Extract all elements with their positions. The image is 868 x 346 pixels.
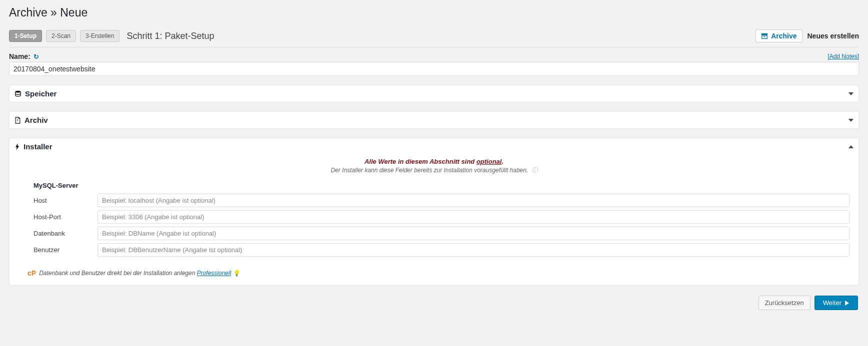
wizard-step-title: Schritt 1: Paket-Setup [126, 31, 214, 41]
storage-panel-title: Speicher [25, 89, 56, 98]
host-port-input[interactable] [98, 210, 850, 224]
installer-notice-primary: Alle Werte in diesem Abschnitt sind opti… [16, 158, 852, 165]
wizard-step-2[interactable]: 2-Scan [46, 30, 76, 42]
chevron-up-icon [848, 145, 854, 148]
cpanel-icon: cP [28, 269, 36, 277]
installer-notice-secondary: Der Installer kann diese Felder bereits … [16, 166, 852, 175]
svg-rect-5 [17, 120, 18, 121]
reset-button[interactable]: Zurücksetzen [758, 296, 810, 310]
host-input[interactable] [98, 194, 850, 207]
add-notes-link[interactable]: [Add Notes] [828, 53, 859, 60]
professionell-link[interactable]: Professionell [197, 270, 232, 277]
svg-point-3 [16, 90, 21, 92]
chevron-down-icon [848, 119, 854, 122]
storage-panel: Speicher [9, 85, 859, 102]
refresh-icon[interactable]: ↻ [34, 53, 39, 60]
bolt-icon [14, 143, 20, 150]
host-label: Host [16, 192, 96, 209]
cpanel-footer-note: cP Datenbank und Benutzer direkt bei der… [28, 269, 852, 277]
installer-panel: Installer Alle Werte in diesem Abschnitt… [9, 138, 859, 286]
archive-button[interactable]: Archive [756, 29, 802, 42]
play-icon [844, 301, 850, 306]
wizard-step-1[interactable]: 1-Setup [9, 30, 42, 42]
database-icon [14, 90, 22, 97]
archive-button-label: Archive [771, 32, 796, 40]
lightbulb-icon: 💡 [233, 270, 240, 277]
next-button-label: Weiter [823, 299, 842, 307]
archive-panel-header[interactable]: Archiv [10, 112, 858, 128]
host-port-label: Host-Port [16, 209, 96, 225]
svg-rect-2 [764, 36, 766, 37]
database-label: Datenbank [16, 225, 96, 242]
user-label: Benutzer [16, 242, 96, 258]
package-name-input[interactable] [9, 62, 859, 76]
next-button[interactable]: Weiter [814, 296, 858, 310]
file-archive-icon [14, 117, 21, 124]
chevron-down-icon [848, 92, 854, 95]
installer-panel-header[interactable]: Installer [10, 138, 858, 155]
storage-panel-header[interactable]: Speicher [10, 85, 858, 102]
archive-panel: Archiv [9, 111, 859, 129]
database-input[interactable] [98, 227, 850, 240]
archive-panel-title: Archiv [24, 116, 48, 124]
page-title: Archive » Neue [9, 0, 859, 29]
help-icon[interactable]: ⓘ [532, 167, 538, 174]
svg-rect-0 [762, 33, 768, 35]
archive-icon [761, 32, 768, 39]
wizard-toolbar: 1-Setup 2-Scan 3-Erstellen Schritt 1: Pa… [9, 29, 859, 47]
name-label: Name: ↻ [9, 52, 39, 60]
installer-panel-title: Installer [24, 142, 52, 151]
svg-rect-4 [17, 119, 18, 119]
user-input[interactable] [98, 243, 850, 257]
wizard-step-3[interactable]: 3-Erstellen [80, 30, 120, 42]
new-create-link[interactable]: Neues erstellen [808, 32, 860, 40]
mysql-server-heading: MySQL-Server [34, 182, 852, 189]
